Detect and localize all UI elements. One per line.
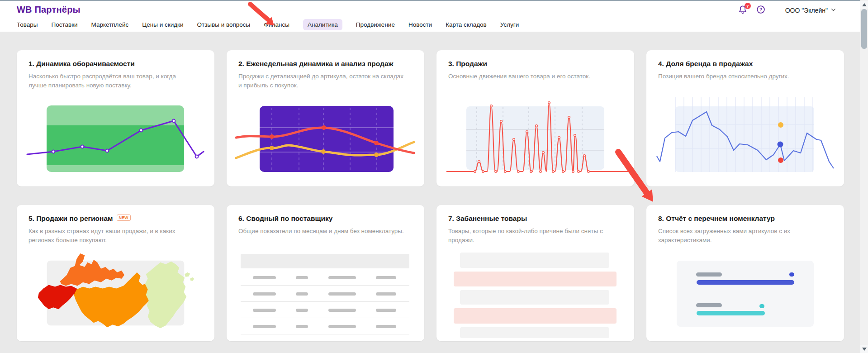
skeleton-bar xyxy=(460,290,609,305)
card-title: 3. Продажи xyxy=(436,50,634,68)
tab-services[interactable]: Услуги xyxy=(500,19,519,30)
scrollbar[interactable] xyxy=(860,0,868,353)
arrow-down-icon xyxy=(862,348,867,351)
skeleton-label xyxy=(696,272,722,277)
scrollbar-up-button[interactable] xyxy=(860,1,868,9)
scrollbar-thumb[interactable] xyxy=(861,9,867,49)
card-title: 7. Забаненные товары xyxy=(436,205,634,223)
card-title: 6. Сводный по поставщику xyxy=(227,205,424,223)
app-header: WB Партнёры 7 ? ООО "Эклейн" Товары Пост… xyxy=(0,0,868,32)
sales-spikes-chart xyxy=(436,95,634,176)
banned-goods-skeleton xyxy=(436,249,634,341)
card-description: Основные движения вашего товара и его ос… xyxy=(436,68,626,81)
card-nomenclature-report[interactable]: 8. Отчёт с перечнем номенклатур Список в… xyxy=(646,205,844,341)
card-title: 4. Доля бренда в продажах xyxy=(646,50,844,68)
chevron-down-icon xyxy=(830,7,836,14)
notifications-button[interactable]: 7 xyxy=(737,5,749,16)
card-description: Список всех загруженных вами артикулов с… xyxy=(646,223,836,244)
regions-map xyxy=(17,249,214,341)
skeleton-bar xyxy=(460,327,609,338)
tab-news[interactable]: Новости xyxy=(408,19,432,30)
tab-marketplace[interactable]: Маркетплейс xyxy=(91,19,129,30)
summary-table-skeleton xyxy=(227,249,424,341)
card-supplier-summary[interactable]: 6. Сводный по поставщику Общие показател… xyxy=(227,205,424,341)
table-row xyxy=(241,286,409,302)
skeleton-bar-teal xyxy=(697,311,765,315)
tab-tovary[interactable]: Товары xyxy=(17,19,38,30)
card-title: 2. Еженедельная динамика и анализ продаж xyxy=(227,50,424,68)
account-name: ООО "Эклейн" xyxy=(785,7,828,14)
tab-postavki[interactable]: Поставки xyxy=(51,19,77,30)
tab-reviews[interactable]: Отзывы и вопросы xyxy=(197,19,251,30)
card-brand-share[interactable]: 4. Доля бренда в продажах Позиция вашего… xyxy=(646,50,844,186)
tab-warehouse-map[interactable]: Карта складов xyxy=(446,19,487,30)
main-nav: Товары Поставки Маркетплейс Цены и скидк… xyxy=(17,19,519,30)
table-header-skeleton xyxy=(241,254,409,268)
card-weekly-dynamics[interactable]: 2. Еженедельная динамика и анализ продаж… xyxy=(227,50,424,186)
app-logo: WB Партнёры xyxy=(17,5,81,15)
scrollbar-down-button[interactable] xyxy=(860,345,868,353)
tab-analytics[interactable]: Аналитика xyxy=(303,19,342,30)
new-badge: NEW xyxy=(117,215,131,221)
table-row xyxy=(241,270,409,286)
skeleton-dot-teal xyxy=(759,304,764,308)
card-sales[interactable]: 3. Продажи Основные движения вашего това… xyxy=(436,50,634,186)
card-description: Общие показатели по месяцам и дням без н… xyxy=(227,223,417,236)
card-turnover-dynamics[interactable]: 1. Динамика оборачиваемости Насколько бы… xyxy=(17,50,214,186)
arrow-up-icon xyxy=(862,3,867,6)
card-description: Позиция вашего бренда относительно други… xyxy=(646,68,836,81)
card-description: Товары, которые по какой-либо причине бы… xyxy=(436,223,626,244)
skeleton-bar xyxy=(460,253,609,268)
tab-finance[interactable]: Финансы xyxy=(264,19,289,30)
card-description: Насколько быстро распродаётся ваш товар,… xyxy=(17,68,207,90)
tab-prices[interactable]: Цены и скидки xyxy=(142,19,183,30)
skeleton-label xyxy=(696,303,722,307)
card-description: Как в разных странах идут ваши продажи, … xyxy=(17,223,207,244)
notification-count-badge: 7 xyxy=(745,3,751,9)
card-description: Продажи с детализацией до артикула, оста… xyxy=(227,68,417,90)
window-top-edge xyxy=(0,0,868,1)
skeleton-panel xyxy=(677,261,814,327)
card-banned-goods[interactable]: 7. Забаненные товары Товары, которые по … xyxy=(436,205,634,341)
account-switcher[interactable]: ООО "Эклейн" xyxy=(785,7,836,14)
weekly-sales-chart xyxy=(227,95,424,176)
card-title: 8. Отчёт с перечнем номенклатур xyxy=(646,205,844,223)
skeleton-bar-banned xyxy=(454,308,617,324)
table-row xyxy=(241,302,409,318)
skeleton-bar-banned xyxy=(454,272,617,286)
turnover-chart xyxy=(17,95,214,176)
skeleton-dot-blue xyxy=(789,272,794,277)
table-row xyxy=(241,319,409,334)
brand-share-chart xyxy=(646,95,844,176)
tab-promotion[interactable]: Продвижение xyxy=(356,19,395,30)
svg-text:?: ? xyxy=(759,7,762,12)
header-divider xyxy=(776,4,776,17)
card-regional-sales[interactable]: 5. Продажи по регионамNEW Как в разных с… xyxy=(17,205,214,341)
nomenclature-skeleton xyxy=(646,249,844,341)
card-title: 5. Продажи по регионамNEW xyxy=(17,205,214,223)
analytics-dashboard: 1. Динамика оборачиваемости Насколько бы… xyxy=(0,32,868,341)
question-icon: ? xyxy=(756,5,766,16)
help-button[interactable]: ? xyxy=(755,5,767,16)
skeleton-bar-blue xyxy=(697,280,794,285)
card-title: 1. Динамика оборачиваемости xyxy=(17,50,214,68)
